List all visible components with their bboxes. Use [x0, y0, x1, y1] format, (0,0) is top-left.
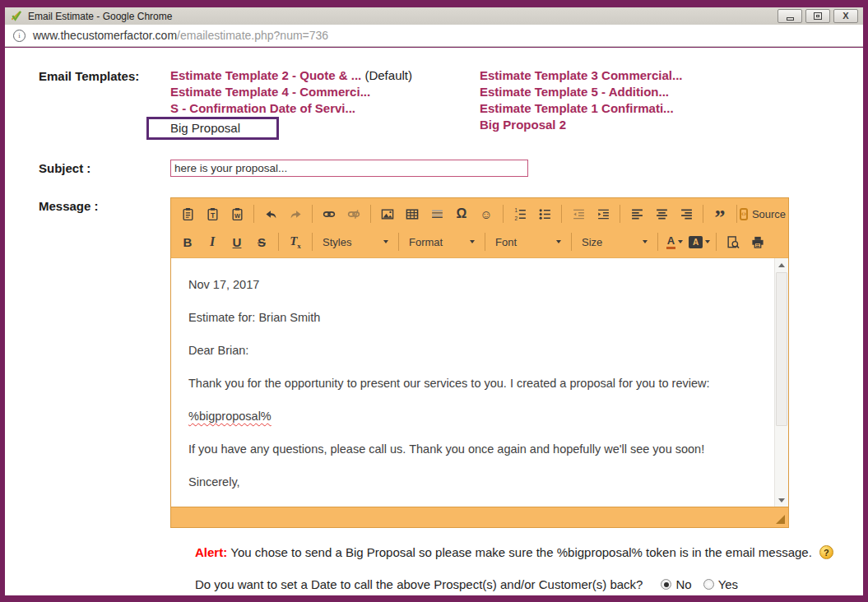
rich-text-editor: T W	[170, 197, 789, 528]
template-link-big-proposal[interactable]: Big Proposal	[170, 121, 240, 135]
email-templates-label: Email Templates:	[39, 67, 170, 85]
template-column-1: Estimate Template 2 - Quote & ... (Defau…	[170, 67, 480, 140]
toolbar-separator	[703, 205, 703, 223]
horizontal-line-button[interactable]	[425, 203, 448, 225]
redo-button[interactable]	[284, 203, 307, 225]
chevron-down-icon	[470, 240, 475, 243]
message-line-date: Nov 17, 2017	[188, 278, 766, 292]
url[interactable]: www.thecustomerfactor.com/emailestimate.…	[33, 29, 328, 42]
scrollbar-thumb[interactable]	[776, 272, 787, 426]
callback-option-yes[interactable]: Yes	[703, 577, 738, 591]
template-link-confirmation-date[interactable]: S - Confirmation Date of Servi...	[170, 100, 480, 117]
scroll-down-icon	[778, 498, 785, 502]
template-link-label: Estimate Template 2 - Quote & ...	[170, 68, 361, 82]
smiley-button[interactable]: ☺	[475, 203, 498, 225]
email-message-body[interactable]: Nov 17, 2017 Estimate for: Brian Smith D…	[171, 258, 774, 507]
undo-icon	[264, 207, 278, 221]
table-button[interactable]	[401, 203, 424, 225]
align-center-icon	[655, 207, 669, 221]
radio-yes-unselected-icon[interactable]	[703, 579, 714, 590]
template-link-estimate-5[interactable]: Estimate Template 5 - Addition...	[480, 84, 789, 100]
italic-button[interactable]: I	[201, 231, 224, 252]
image-button[interactable]	[376, 203, 399, 225]
font-dropdown-label: Font	[495, 236, 517, 248]
styles-dropdown[interactable]: Styles	[318, 231, 393, 252]
scroll-down-button[interactable]	[775, 493, 788, 507]
minimize-button[interactable]	[777, 9, 802, 23]
close-icon: X	[842, 12, 848, 21]
print-button[interactable]	[746, 231, 769, 252]
decrease-indent-icon	[572, 207, 586, 221]
toolbar-row-2: B I U S Tx Styles Format Font Size	[176, 228, 783, 256]
scroll-up-icon	[778, 263, 785, 267]
decrease-indent-button[interactable]	[567, 203, 590, 225]
font-dropdown[interactable]: Font	[490, 231, 566, 252]
template-link-estimate-2[interactable]: Estimate Template 2 - Quote & ... (Defau…	[170, 67, 480, 84]
editor-toolbar: T W	[171, 198, 788, 257]
message-line-thank-you: Thank you for the opportunity to present…	[188, 377, 766, 391]
redo-icon	[289, 207, 303, 221]
size-dropdown[interactable]: Size	[577, 231, 652, 252]
remove-format-button[interactable]: Tx	[284, 231, 307, 252]
increase-indent-button[interactable]	[592, 203, 615, 225]
increase-indent-icon	[596, 207, 610, 221]
styles-dropdown-label: Styles	[323, 236, 351, 248]
close-button[interactable]: X	[833, 9, 858, 23]
undo-button[interactable]	[259, 203, 282, 225]
underline-button[interactable]: U	[225, 231, 248, 252]
template-link-estimate-1[interactable]: Estimate Template 1 Confirmati...	[480, 100, 789, 117]
source-label: Source	[752, 208, 786, 220]
maximize-icon	[814, 12, 822, 20]
strikethrough-button[interactable]: S	[250, 231, 273, 252]
blockquote-button[interactable]: ”	[708, 203, 731, 225]
special-character-button[interactable]: Ω	[450, 203, 473, 225]
callback-option-no[interactable]: No	[661, 577, 691, 591]
text-color-button[interactable]: A	[663, 231, 686, 252]
scroll-up-button[interactable]	[775, 258, 788, 271]
callback-question-row: Do you want to set a Date to call the ab…	[195, 577, 863, 591]
help-icon[interactable]: ?	[819, 545, 833, 559]
editor-scrollbar[interactable]	[774, 258, 788, 507]
unlink-button[interactable]	[342, 203, 365, 225]
radio-no-selected-icon[interactable]	[661, 579, 671, 590]
align-left-button[interactable]	[625, 203, 648, 225]
remove-format-icon: Tx	[290, 234, 301, 250]
template-link-estimate-3[interactable]: Estimate Template 3 Commercial...	[480, 67, 789, 84]
paste-plain-text-button[interactable]: T	[201, 203, 224, 225]
page-info-icon[interactable]: i	[13, 30, 26, 42]
address-bar[interactable]: i www.thecustomerfactor.com/emailestimat…	[5, 25, 863, 47]
selected-template-highlight-box: Big Proposal	[146, 117, 279, 140]
subject-label: Subject :	[39, 160, 170, 177]
horizontal-line-icon	[430, 207, 444, 221]
align-right-button[interactable]	[675, 203, 698, 225]
smiley-icon: ☺	[480, 208, 492, 220]
bold-button[interactable]: B	[176, 231, 199, 252]
preview-button[interactable]	[722, 231, 745, 252]
paste-from-word-button[interactable]: W	[225, 203, 248, 225]
format-dropdown[interactable]: Format	[404, 231, 480, 252]
bulleted-list-icon	[538, 207, 552, 221]
size-dropdown-label: Size	[582, 236, 602, 248]
template-link-big-proposal-2[interactable]: Big Proposal 2	[480, 117, 789, 133]
message-line-greeting: Dear Brian:	[188, 344, 766, 358]
radio-no-label: No	[675, 577, 691, 591]
paste-button[interactable]	[176, 203, 199, 225]
source-button[interactable]: ‹› Source	[742, 203, 783, 225]
numbered-list-button[interactable]: 12	[508, 203, 531, 225]
alert-prefix: Alert:	[195, 545, 227, 559]
background-color-button[interactable]: A	[688, 231, 711, 252]
subject-input[interactable]	[170, 160, 528, 177]
chevron-down-icon	[678, 240, 683, 243]
toolbar-row-1: T W	[176, 200, 783, 228]
window-titlebar[interactable]: Email Estimate - Google Chrome X	[5, 7, 863, 25]
template-link-estimate-4[interactable]: Estimate Template 4 - Commerci...	[170, 84, 480, 100]
unlink-icon	[346, 207, 361, 221]
align-left-icon	[630, 207, 644, 221]
bulleted-list-button[interactable]	[533, 203, 556, 225]
toolbar-separator	[370, 205, 371, 223]
maximize-button[interactable]	[805, 9, 830, 23]
link-button[interactable]	[318, 203, 341, 225]
align-center-button[interactable]	[650, 203, 673, 225]
editor-resize-handle[interactable]	[776, 515, 785, 524]
editor-content-area[interactable]: Nov 17, 2017 Estimate for: Brian Smith D…	[171, 257, 788, 507]
